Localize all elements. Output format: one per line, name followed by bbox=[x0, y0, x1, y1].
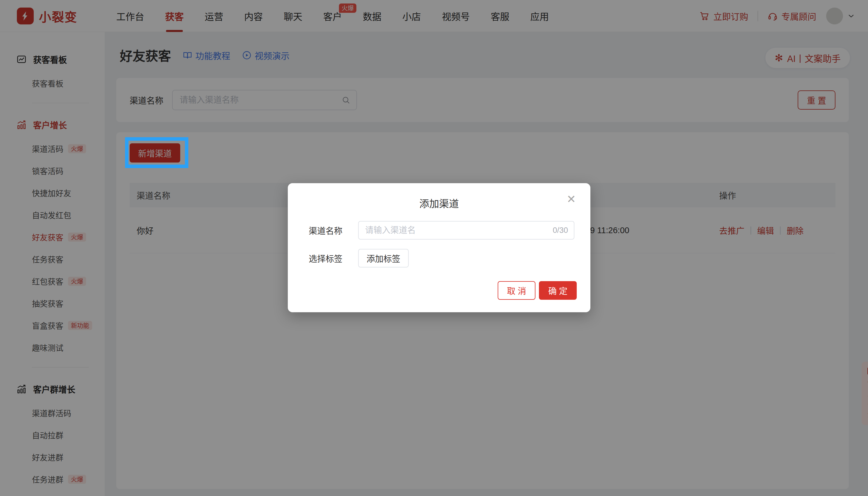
modal-channel-name-row: 渠道名称 0/30 bbox=[309, 221, 574, 239]
add-tag-button[interactable]: 添加标签 bbox=[358, 249, 409, 267]
close-icon[interactable]: ✕ bbox=[567, 193, 576, 205]
confirm-button[interactable]: 确 定 bbox=[539, 281, 577, 300]
annotation-highlight-box bbox=[125, 137, 188, 168]
modal-tag-label: 选择标签 bbox=[309, 252, 344, 264]
modal-channel-name-label: 渠道名称 bbox=[309, 224, 344, 236]
modal-channel-name-input[interactable] bbox=[359, 226, 553, 235]
modal-title: 添加渠道 bbox=[288, 196, 590, 210]
char-counter: 0/30 bbox=[553, 226, 574, 235]
add-channel-modal: 添加渠道 ✕ 渠道名称 0/30 选择标签 添加标签 取 消 确 定 bbox=[288, 183, 590, 312]
app-screen: 小裂变 工作台 获客 运营 内容 bbox=[0, 0, 868, 496]
cancel-button[interactable]: 取 消 bbox=[498, 281, 535, 300]
modal-tag-row: 选择标签 添加标签 bbox=[309, 249, 409, 267]
modal-channel-name-inputbox: 0/30 bbox=[358, 221, 574, 239]
